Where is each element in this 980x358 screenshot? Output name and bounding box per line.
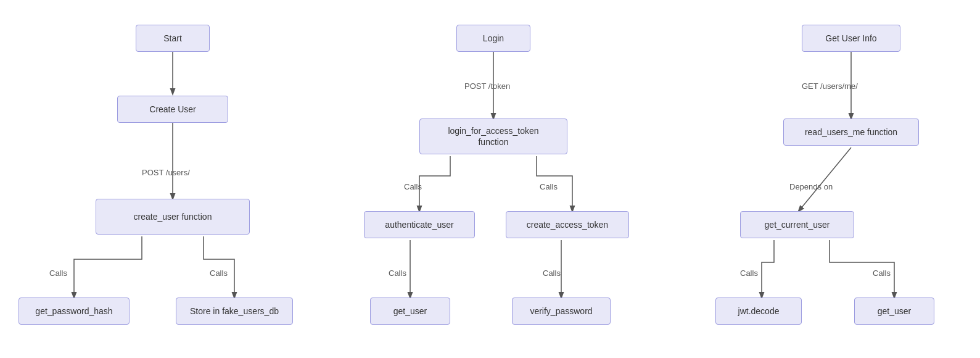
svg-line-6	[799, 148, 851, 211]
label-calls-login-right: Calls	[540, 182, 558, 191]
label-calls-login-left: Calls	[404, 182, 422, 191]
label-get-users-me: GET /users/me/	[802, 81, 858, 91]
node-create-user: Create User	[117, 96, 228, 123]
node-create-access-token: create_access_token	[506, 211, 629, 238]
node-get-user-login: get_user	[370, 298, 450, 325]
label-calls-get-user: Calls	[389, 268, 406, 278]
node-start: Start	[136, 25, 210, 52]
node-verify-password: verify_password	[512, 298, 611, 325]
node-authenticate-user: authenticate_user	[364, 211, 475, 238]
arrows-svg	[0, 0, 980, 358]
label-calls-jwt: Calls	[740, 268, 758, 278]
node-jwt-decode: jwt.decode	[715, 298, 802, 325]
label-post-users: POST /users/	[142, 168, 190, 177]
node-login: Login	[456, 25, 530, 52]
label-depends-on: Depends on	[789, 182, 833, 191]
node-read-users-me: read_users_me function	[783, 119, 919, 146]
node-get-password-hash: get_password_hash	[19, 298, 130, 325]
node-login-fn: login_for_access_tokenfunction	[419, 119, 567, 154]
node-get-user-info: Get User Info	[802, 25, 900, 52]
label-calls-1: Calls	[49, 268, 67, 278]
node-get-current-user: get_current_user	[740, 211, 854, 238]
node-store-fake-users: Store in fake_users_db	[176, 298, 293, 325]
label-calls-2: Calls	[210, 268, 228, 278]
label-calls-verify: Calls	[543, 268, 561, 278]
label-calls-getuser-info: Calls	[873, 268, 891, 278]
node-get-user-info-fn: get_user	[854, 298, 934, 325]
label-post-token: POST /token	[464, 81, 510, 91]
diagram-container: Start Create User POST /users/ create_us…	[0, 0, 980, 358]
node-create-user-fn: create_user function	[96, 199, 250, 235]
